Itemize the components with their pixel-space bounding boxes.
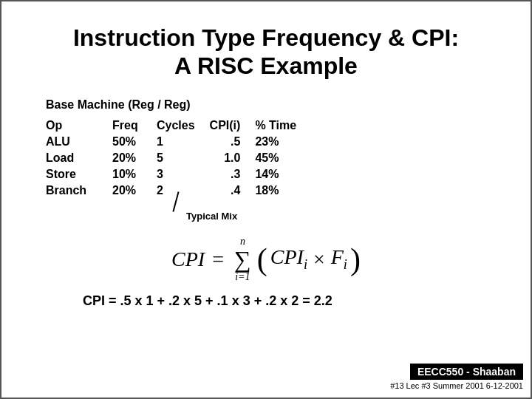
table-cell-0-3: .5 [210,134,256,150]
open-paren: ( [257,244,267,275]
table-cell-0-0: ALU [46,134,112,150]
formula-cpi-i: CPIi [270,245,307,273]
table-cell-1-2: 5 [157,150,210,166]
formula-times: × [313,248,325,271]
cpi-formula: CPI = n ∑ i=1 ( CPIi × Fi ) [38,236,494,283]
typical-mix-label: Typical Mix [186,211,237,222]
col-header-freq: Freq [112,117,157,134]
slide: Instruction Type Frequency & CPI: A RISC… [0,0,532,399]
table-header-row: Op Freq Cycles CPI(i) % Time [46,117,311,134]
cpi-equation: CPI = .5 x 1 + .2 x 5 + .1 x 3 + .2 x 2 … [38,293,494,309]
sigma-block: n ∑ i=1 [234,236,251,283]
table-cell-0-1: 50% [112,134,157,150]
formula-area: CPI = n ∑ i=1 ( CPIi × Fi ) [38,236,494,283]
footer-info: #13 Lec #3 Summer 2001 6-12-2001 [390,381,523,390]
typical-mix-area: Typical Mix [179,205,494,227]
table-cell-2-1: 10% [112,166,157,183]
table-cell-3-1: 20% [112,183,157,199]
footer-badge: EECC550 - Shaaban [410,364,523,380]
table-cell-2-3: .3 [210,166,256,183]
table-cell-3-3: .4 [210,183,256,199]
table-cell-0-2: 1 [157,134,210,150]
table-cell-2-4: 14% [255,166,311,183]
table-cell-0-4: 23% [255,134,311,150]
col-header-cycles: Cycles [157,117,210,134]
table-cell-1-1: 20% [112,150,157,166]
formula-fi: Fi [331,245,347,273]
instruction-table: Op Freq Cycles CPI(i) % Time ALU50%1.523… [46,117,311,199]
table-cell-3-2: 2 [157,183,210,199]
table-cell-1-3: 1.0 [210,150,256,166]
table-row: Load20%51.045% [46,150,311,166]
close-paren: ) [350,244,361,275]
table-cell-3-0: Branch [46,183,112,199]
table-cell-1-0: Load [46,150,112,166]
title-line2: A RISC Example [38,52,494,80]
table-subtitle: Base Machine (Reg / Reg) [46,98,494,112]
formula-equals: = [212,248,224,271]
col-header-pcttime: % Time [255,117,311,134]
formula-cpi: CPI [171,248,205,271]
footer: EECC550 - Shaaban #13 Lec #3 Summer 2001… [390,364,523,390]
table-row: Branch20%2.418% [46,183,311,199]
data-table: Base Machine (Reg / Reg) Op Freq Cycles … [46,98,494,199]
title-line1: Instruction Type Frequency & CPI: [38,24,494,52]
table-cell-1-4: 45% [255,150,311,166]
table-row: Store10%3.314% [46,166,311,183]
slide-title: Instruction Type Frequency & CPI: A RISC… [38,24,494,81]
sigma-symbol: ∑ [234,248,251,271]
table-cell-2-0: Store [46,166,112,183]
table-cell-3-4: 18% [255,183,311,199]
table-cell-2-2: 3 [157,166,210,183]
table-row: ALU50%1.523% [46,134,311,150]
col-header-op: Op [46,117,112,134]
col-header-cpi: CPI(i) [210,117,256,134]
sigma-bottom: i=1 [235,271,250,283]
